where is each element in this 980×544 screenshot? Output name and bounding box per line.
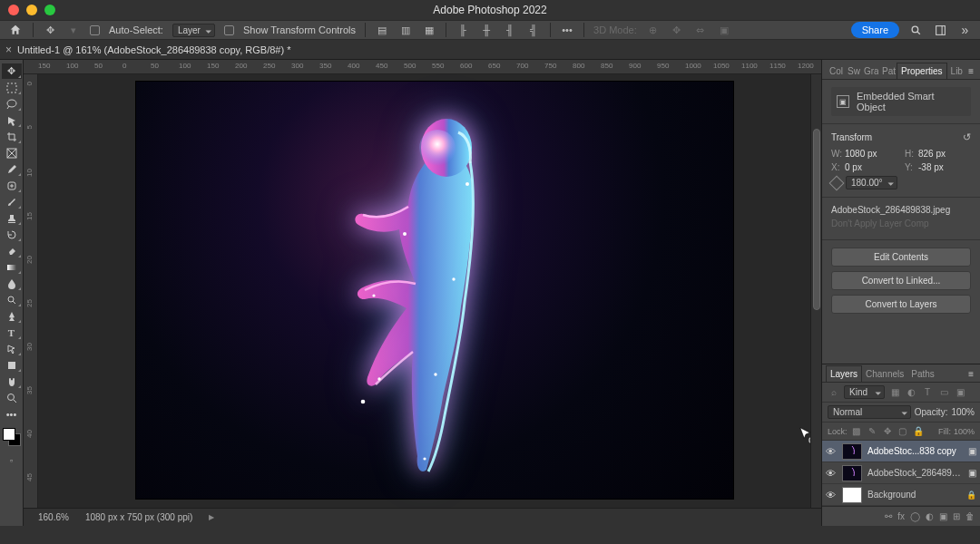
tab-swatches[interactable]: Sw bbox=[844, 63, 860, 79]
tab-paths[interactable]: Paths bbox=[907, 366, 938, 382]
move-tool[interactable]: ✥ bbox=[2, 63, 22, 79]
panel-menu-icon[interactable]: ≡ bbox=[965, 63, 976, 79]
delete-layer-icon[interactable]: 🗑 bbox=[965, 511, 975, 521]
distribute-bottom-icon[interactable]: ╢ bbox=[503, 23, 517, 37]
lock-pixels-icon[interactable]: ✎ bbox=[866, 425, 878, 438]
vertical-scrollbar[interactable] bbox=[810, 74, 821, 508]
color-swatches[interactable] bbox=[3, 428, 21, 446]
layer-name[interactable]: AdobeStock_286489838 bbox=[867, 468, 963, 478]
pen-tool[interactable] bbox=[2, 308, 22, 324]
visibility-icon[interactable]: 👁 bbox=[826, 446, 837, 457]
filter-type-icon[interactable]: T bbox=[921, 386, 934, 399]
reset-transform-icon[interactable]: ↺ bbox=[963, 131, 971, 143]
distribute-top-icon[interactable]: ╟ bbox=[456, 23, 470, 37]
brush-tool[interactable] bbox=[2, 194, 22, 209]
filter-pixel-icon[interactable]: ▦ bbox=[888, 386, 901, 399]
tab-gradients[interactable]: Gra bbox=[860, 63, 878, 79]
height-value[interactable]: 826 px bbox=[918, 149, 946, 159]
tab-properties[interactable]: Properties bbox=[897, 63, 947, 79]
filter-search-icon[interactable]: ⌕ bbox=[828, 386, 840, 399]
artboard[interactable] bbox=[136, 82, 733, 499]
tab-channels[interactable]: Channels bbox=[862, 366, 907, 382]
lock-position-icon[interactable]: ✥ bbox=[881, 425, 894, 438]
align-center-icon[interactable]: ▥ bbox=[398, 23, 413, 37]
frame-tool[interactable] bbox=[2, 145, 22, 160]
workspace-icon[interactable] bbox=[933, 23, 948, 38]
lock-artboard-icon[interactable]: ▢ bbox=[897, 425, 909, 438]
edit-toolbar-icon[interactable]: ••• bbox=[2, 406, 22, 422]
zoom-level[interactable]: 160.6% bbox=[38, 512, 69, 522]
history-brush-tool[interactable] bbox=[2, 227, 22, 242]
distribute-right-icon[interactable]: ╣ bbox=[526, 23, 541, 37]
horizontal-ruler[interactable]: 1501005005010015020025030035040045050055… bbox=[24, 60, 821, 74]
align-left-icon[interactable]: ▤ bbox=[375, 23, 389, 37]
group-icon[interactable]: ▣ bbox=[939, 511, 947, 521]
home-icon[interactable] bbox=[7, 22, 24, 38]
path-select-tool[interactable] bbox=[2, 341, 22, 356]
filter-smart-icon[interactable]: ▣ bbox=[954, 386, 966, 399]
tool-preset-dropdown[interactable]: ▾ bbox=[66, 23, 81, 37]
zoom-tool[interactable] bbox=[2, 390, 22, 405]
show-transform-checkbox[interactable] bbox=[224, 25, 234, 35]
convert-linked-button[interactable]: Convert to Linked... bbox=[831, 271, 971, 290]
auto-select-target-dropdown[interactable]: Layer bbox=[172, 24, 215, 37]
opacity-value[interactable]: 100% bbox=[951, 407, 975, 417]
search-icon[interactable] bbox=[908, 23, 924, 38]
tab-layers[interactable]: Layers bbox=[826, 365, 862, 382]
layer-name[interactable]: Background bbox=[867, 490, 961, 500]
width-value[interactable]: 1080 px bbox=[845, 149, 877, 159]
status-flyout-icon[interactable]: ▶ bbox=[209, 513, 214, 521]
share-button[interactable]: Share bbox=[851, 22, 899, 38]
filter-kind-dropdown[interactable]: Kind bbox=[844, 385, 885, 399]
gradient-tool[interactable] bbox=[2, 259, 22, 275]
y-value[interactable]: -38 px bbox=[918, 162, 944, 172]
filter-adjustment-icon[interactable]: ◐ bbox=[905, 386, 917, 399]
healing-tool[interactable] bbox=[2, 178, 22, 193]
foreground-color[interactable] bbox=[3, 428, 15, 441]
dodge-tool[interactable] bbox=[2, 292, 22, 307]
new-layer-icon[interactable]: ⊞ bbox=[953, 511, 960, 521]
visibility-icon[interactable]: 👁 bbox=[826, 468, 837, 479]
stamp-tool[interactable] bbox=[2, 210, 22, 226]
selection-tool[interactable] bbox=[2, 112, 22, 128]
document-tab[interactable]: × Untitled-1 @ 161% (AdobeStock_28648983… bbox=[5, 44, 290, 56]
more-options-icon[interactable]: ••• bbox=[560, 23, 574, 37]
marquee-tool[interactable] bbox=[2, 80, 22, 95]
hand-tool[interactable] bbox=[2, 374, 22, 389]
layer-row[interactable]: 👁AdobeStock_286489838▣ bbox=[822, 462, 980, 484]
edit-contents-button[interactable]: Edit Contents bbox=[831, 248, 971, 267]
tab-color[interactable]: Col bbox=[826, 63, 844, 79]
auto-select-checkbox[interactable] bbox=[90, 25, 100, 35]
document-dimensions[interactable]: 1080 px x 750 px (300 ppi) bbox=[85, 512, 192, 522]
toolbar-collapse-icon[interactable]: ▫ bbox=[10, 456, 13, 465]
move-tool-icon[interactable]: ✥ bbox=[43, 23, 57, 37]
link-layers-icon[interactable]: ⚯ bbox=[885, 511, 892, 521]
layer-name[interactable]: AdobeStoc...838 copy bbox=[867, 446, 963, 456]
blur-tool[interactable] bbox=[2, 276, 22, 291]
layer-thumbnail[interactable] bbox=[842, 487, 862, 503]
close-window-icon[interactable] bbox=[8, 5, 19, 15]
canvas-stage[interactable] bbox=[38, 74, 810, 508]
lock-all-icon[interactable]: 🔒 bbox=[912, 425, 925, 438]
layer-row[interactable]: 👁AdobeStoc...838 copy▣ bbox=[822, 441, 980, 462]
lock-transparency-icon[interactable]: ▩ bbox=[850, 425, 863, 438]
maximize-window-icon[interactable] bbox=[44, 5, 55, 15]
lasso-tool[interactable] bbox=[2, 96, 22, 112]
layer-style-icon[interactable]: fx bbox=[897, 511, 905, 521]
align-right-icon[interactable]: ▦ bbox=[422, 23, 436, 37]
angle-dropdown[interactable]: 180.00° bbox=[846, 176, 897, 189]
filter-shape-icon[interactable]: ▭ bbox=[937, 386, 950, 399]
distribute-vcenter-icon[interactable]: ╫ bbox=[479, 23, 494, 37]
lock-icon[interactable]: 🔒 bbox=[966, 491, 976, 500]
x-value[interactable]: 0 px bbox=[845, 162, 862, 172]
panel-collapse-icon[interactable]: » bbox=[957, 23, 973, 38]
type-tool[interactable]: T bbox=[2, 325, 22, 340]
layer-thumbnail[interactable] bbox=[842, 465, 862, 481]
layer-thumbnail[interactable] bbox=[842, 443, 862, 460]
layer-mask-icon[interactable]: ◯ bbox=[910, 511, 920, 521]
crop-tool[interactable] bbox=[2, 129, 22, 144]
convert-layers-button[interactable]: Convert to Layers bbox=[831, 295, 971, 314]
tab-libraries[interactable]: Lib bbox=[947, 63, 964, 79]
minimize-window-icon[interactable] bbox=[26, 5, 37, 15]
blend-mode-dropdown[interactable]: Normal bbox=[828, 405, 911, 419]
